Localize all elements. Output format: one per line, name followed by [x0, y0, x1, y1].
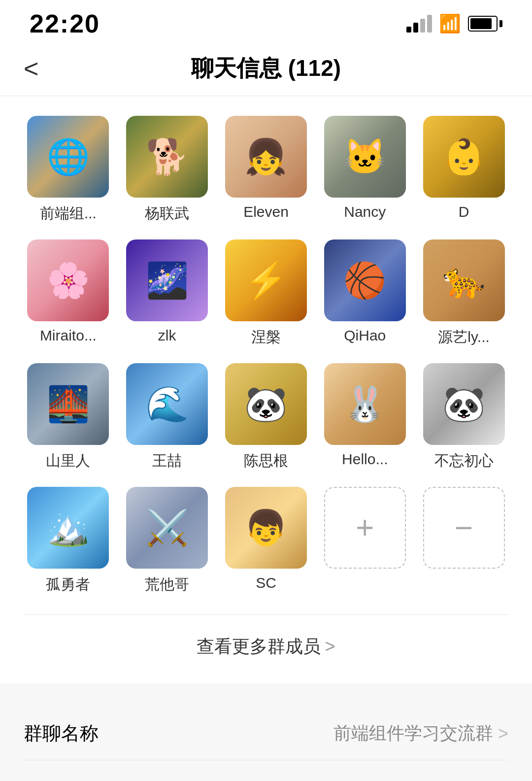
member-item[interactable]: 👶 D — [419, 116, 508, 224]
member-name: Nancy — [344, 204, 386, 220]
member-avatar: 🌌 — [126, 239, 208, 321]
avatar-emoji: 👶 — [442, 136, 485, 177]
member-avatar: 🏔️ — [27, 487, 109, 569]
plus-icon: + — [356, 512, 374, 543]
member-name: 涅槃 — [251, 327, 281, 347]
member-avatar: 👧 — [225, 116, 307, 198]
group-name-row[interactable]: 群聊名称 前端组件学习交流群 > — [24, 707, 508, 760]
member-name: zlk — [158, 327, 176, 344]
member-item[interactable]: 🏔️ 孤勇者 — [24, 487, 113, 595]
member-avatar: 🌉 — [27, 363, 109, 445]
member-avatar: 🐱 — [324, 116, 406, 198]
member-avatar: 🐕 — [126, 116, 208, 198]
remove-member-item[interactable]: − — [419, 487, 508, 595]
main-content: 🌐 前端组... 🐕 杨联武 👧 Eleven 🐱 Nancy 👶 D 🌸 Mi… — [0, 96, 532, 683]
avatar-emoji: 🌉 — [47, 384, 90, 424]
status-time: 22:20 — [30, 9, 100, 38]
status-icons: 📶 — [406, 13, 502, 34]
bottom-section: 群聊名称 前端组件学习交流群 > — [0, 683, 532, 781]
avatar-emoji: 👦 — [244, 508, 287, 548]
member-avatar: 🐼 — [423, 363, 505, 445]
view-more-chevron: > — [325, 636, 335, 656]
member-item[interactable]: 🐆 源艺ly... — [419, 239, 508, 347]
member-name: 不忘初心 — [434, 451, 494, 471]
member-item[interactable]: 🌊 王喆 — [123, 363, 212, 471]
group-name-value: 前端组件学习交流群 — [333, 721, 493, 746]
member-item[interactable]: 🏀 QiHao — [320, 239, 409, 347]
avatar-emoji: 🏔️ — [47, 508, 90, 548]
member-name: 前端组... — [40, 204, 97, 224]
member-avatar: 🌸 — [27, 239, 109, 321]
member-item[interactable]: 🐕 杨联武 — [123, 116, 212, 224]
avatar-emoji: 🏀 — [343, 260, 386, 301]
member-item[interactable]: 🌌 zlk — [123, 239, 212, 347]
remove-member-button[interactable]: − — [423, 487, 505, 569]
battery-icon — [468, 16, 502, 32]
member-item[interactable]: 🌉 山里人 — [24, 363, 113, 471]
member-avatar: 🐆 — [423, 239, 505, 321]
member-item[interactable]: 🐱 Nancy — [320, 116, 409, 224]
group-name-value-container: 前端组件学习交流群 > — [333, 721, 508, 746]
member-item[interactable]: ⚔️ 荒他哥 — [123, 487, 212, 595]
member-avatar: 🌊 — [126, 363, 208, 445]
avatar-emoji: 🌊 — [146, 384, 189, 424]
member-name: 杨联武 — [145, 204, 189, 224]
nav-bar: < 聊天信息 (112) — [0, 43, 532, 96]
member-name: Miraito... — [40, 327, 97, 344]
avatar-emoji: 🐱 — [343, 136, 386, 177]
member-name: 荒他哥 — [145, 575, 189, 595]
member-name: Eleven — [243, 204, 289, 220]
member-name: 陈思根 — [244, 451, 288, 471]
avatar-emoji: ⚡ — [244, 260, 287, 301]
member-avatar: 🌐 — [27, 116, 109, 198]
member-name: QiHao — [344, 327, 386, 344]
member-item[interactable]: 🐼 陈思根 — [222, 363, 311, 471]
status-bar: 22:20 📶 — [0, 0, 532, 43]
signal-icon — [406, 15, 432, 33]
avatar-emoji: 🐆 — [442, 260, 485, 301]
avatar-emoji: 👧 — [244, 136, 287, 177]
group-name-chevron: > — [498, 723, 508, 744]
add-member-button[interactable]: + — [324, 487, 406, 569]
member-item[interactable]: 👧 Eleven — [222, 116, 311, 224]
member-name: 孤勇者 — [46, 575, 90, 595]
group-name-label: 群聊名称 — [24, 721, 99, 746]
member-name: 源艺ly... — [438, 327, 489, 347]
member-name: Hello... — [342, 451, 388, 468]
back-button[interactable]: < — [24, 54, 38, 83]
avatar-emoji: 🌸 — [47, 260, 90, 301]
member-item[interactable]: ⚡ 涅槃 — [222, 239, 311, 347]
avatar-emoji: 🌐 — [47, 136, 90, 177]
avatar-emoji: 🐰 — [343, 384, 386, 424]
member-avatar: ⚔️ — [126, 487, 208, 569]
view-more-section: 查看更多群成员> — [24, 614, 508, 683]
page-title: 聊天信息 (112) — [191, 53, 341, 84]
member-name: SC — [256, 575, 276, 591]
minus-icon: − — [455, 512, 473, 543]
member-avatar: 🐼 — [225, 363, 307, 445]
member-avatar: 🏀 — [324, 239, 406, 321]
avatar-emoji: 🐕 — [146, 136, 189, 177]
member-avatar: 👶 — [423, 116, 505, 198]
view-more-link[interactable]: 查看更多群成员> — [197, 636, 335, 656]
members-grid: 🌐 前端组... 🐕 杨联武 👧 Eleven 🐱 Nancy 👶 D 🌸 Mi… — [24, 116, 508, 614]
member-avatar: 👦 — [225, 487, 307, 569]
avatar-emoji: 🐼 — [244, 384, 287, 424]
avatar-emoji: 🐼 — [442, 384, 485, 424]
member-name: 王喆 — [152, 451, 182, 471]
member-item[interactable]: 🐰 Hello... — [320, 363, 409, 471]
member-avatar: ⚡ — [225, 239, 307, 321]
member-name: D — [459, 204, 469, 220]
view-more-label: 查看更多群成员 — [197, 636, 321, 656]
avatar-emoji: ⚔️ — [146, 508, 189, 548]
wifi-icon: 📶 — [439, 13, 461, 34]
member-name: 山里人 — [46, 451, 90, 471]
member-item[interactable]: 🌸 Miraito... — [24, 239, 113, 347]
member-avatar: 🐰 — [324, 363, 406, 445]
member-item[interactable]: 👦 SC — [222, 487, 311, 595]
avatar-emoji: 🌌 — [146, 260, 189, 301]
add-member-item[interactable]: + — [320, 487, 409, 595]
member-item[interactable]: 🐼 不忘初心 — [419, 363, 508, 471]
member-item[interactable]: 🌐 前端组... — [24, 116, 113, 224]
